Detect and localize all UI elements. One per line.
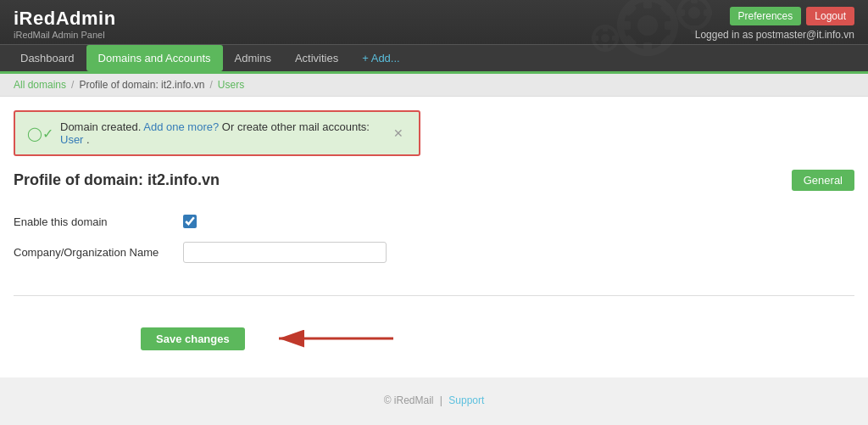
enable-domain-checkbox[interactable] — [183, 215, 197, 228]
page-title: Profile of domain: it2.info.vn — [14, 171, 220, 189]
divider — [14, 295, 854, 296]
enable-domain-label: Enable this domain — [14, 215, 183, 228]
general-button[interactable]: General — [792, 170, 854, 191]
arrow-annotation — [262, 322, 398, 355]
header: iRedAdmin iRedMail Admin Panel Preferenc… — [0, 0, 868, 71]
breadcrumb-sep-2: / — [209, 79, 212, 91]
breadcrumb-all-domains[interactable]: All domains — [14, 79, 66, 91]
alert-content: ◯✓ Domain created. Add one more? Or crea… — [27, 120, 390, 146]
logo-title: iRedAdmin — [14, 8, 116, 30]
header-buttons: Preferences Logout — [730, 7, 854, 25]
nav-item-dashboard[interactable]: Dashboard — [8, 45, 86, 71]
save-area: Save changes — [14, 313, 854, 364]
nav-item-admins[interactable]: Admins — [223, 45, 283, 71]
breadcrumb-domain-profile: Profile of domain: it2.info.vn — [79, 79, 204, 91]
alert-text-mid: Or create other mail accounts: — [222, 120, 370, 133]
alert-message: Domain created. Add one more? Or create … — [60, 120, 390, 146]
nav-item-activities[interactable]: Activities — [283, 45, 350, 71]
footer: © iRedMail | Support — [0, 377, 868, 423]
navbar: Dashboard Domains and Accounts Admins Ac… — [0, 44, 868, 71]
page-title-row: Profile of domain: it2.info.vn General — [14, 170, 854, 191]
nav-item-domains[interactable]: Domains and Accounts — [86, 45, 223, 71]
footer-sep: | — [440, 394, 442, 406]
preferences-button[interactable]: Preferences — [730, 7, 802, 25]
alert-text-end: . — [86, 133, 90, 146]
breadcrumb-sep-1: / — [71, 79, 74, 91]
form-row-company: Company/Organization Name — [14, 235, 854, 270]
save-changes-button[interactable]: Save changes — [141, 327, 245, 350]
footer-copyright: © iRedMail — [384, 394, 434, 406]
logged-in-text: Logged in as postmaster@it.info.vn — [695, 29, 854, 41]
form-section: Enable this domain Company/Organization … — [14, 208, 854, 287]
form-row-enable: Enable this domain — [14, 208, 854, 235]
header-right: Preferences Logout Logged in as postmast… — [695, 7, 854, 41]
footer-support-link[interactable]: Support — [448, 394, 484, 406]
alert-link-add-more[interactable]: Add one more? — [143, 120, 219, 133]
breadcrumb: All domains / Profile of domain: it2.inf… — [0, 74, 868, 97]
nav-item-add[interactable]: + Add... — [350, 45, 411, 71]
company-label: Company/Organization Name — [14, 246, 183, 259]
check-circle-icon: ◯✓ — [27, 126, 53, 142]
logo-subtitle: iRedMail Admin Panel — [14, 30, 116, 40]
alert-close-button[interactable]: ✕ — [390, 126, 407, 140]
alert-link-user[interactable]: User — [60, 133, 83, 146]
company-input[interactable] — [183, 242, 387, 263]
breadcrumb-users[interactable]: Users — [218, 79, 244, 91]
alert-box: ◯✓ Domain created. Add one more? Or crea… — [14, 110, 420, 156]
alert-text-start: Domain created. — [60, 120, 141, 133]
main-content: ◯✓ Domain created. Add one more? Or crea… — [0, 97, 868, 377]
logo: iRedAdmin iRedMail Admin Panel — [14, 8, 116, 40]
logout-button[interactable]: Logout — [806, 7, 854, 25]
